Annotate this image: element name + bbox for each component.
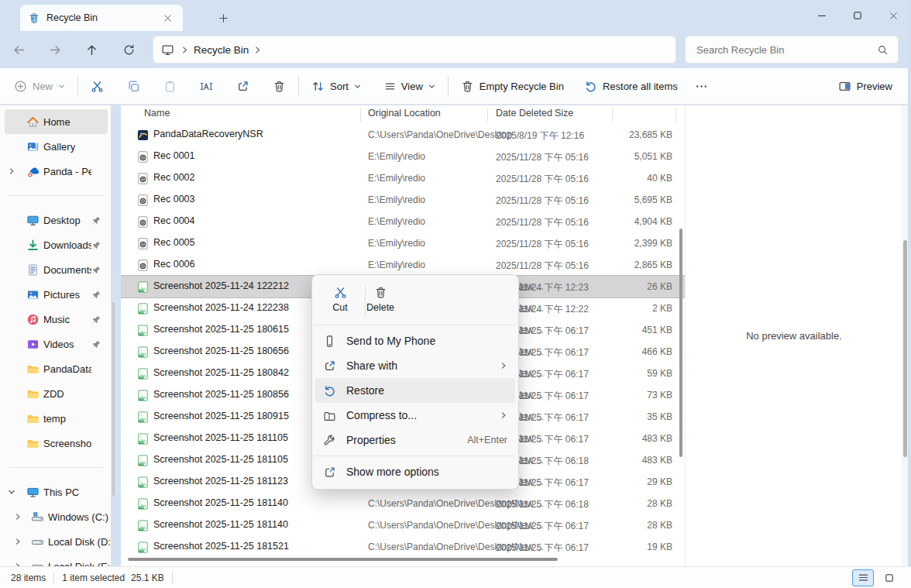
file-original-location: E:\Emily\redio xyxy=(368,151,425,162)
column-header-original-location[interactable]: Original Location xyxy=(368,108,441,119)
sidebar-item-local-disk-d[interactable]: Local Disk (D:) xyxy=(0,529,108,554)
column-separator[interactable] xyxy=(676,108,676,122)
sidebar-item-screenshots[interactable]: Screenshots xyxy=(0,431,108,456)
close-button[interactable] xyxy=(875,0,911,31)
sidebar-item-desktop[interactable]: Desktop xyxy=(0,208,108,232)
file-row-rec-0006[interactable]: Rec 0006E:\Emily\redio2025/11/28 下午 05:1… xyxy=(121,254,685,276)
shortcut-label: Alt+Enter xyxy=(467,435,507,445)
new-tab-button[interactable] xyxy=(214,9,232,27)
file-row-rec-0004[interactable]: Rec 0004E:\Emily\redio2025/11/28 下午 05:1… xyxy=(121,211,685,232)
file-size: 2,399 KB xyxy=(555,238,672,249)
sidebar-item-music[interactable]: Music xyxy=(0,307,108,332)
view-button[interactable]: View xyxy=(378,76,442,97)
sidebar-item-pandadatareco[interactable]: PandaDataReco xyxy=(0,356,108,381)
copy-button[interactable] xyxy=(121,75,146,98)
back-button[interactable] xyxy=(9,40,28,59)
forward-button[interactable] xyxy=(46,40,64,59)
column-separator[interactable] xyxy=(612,108,613,122)
chevron-right-icon[interactable] xyxy=(8,167,15,175)
context-menu-item-restore[interactable]: Restore xyxy=(315,378,515,403)
paste-button[interactable] xyxy=(157,75,183,98)
file-row-rec-0003[interactable]: Rec 0003E:\Emily\redio2025/11/28 下午 05:1… xyxy=(121,189,685,211)
file-row-pandadatarecoverynsr[interactable]: PandaDataRecoveryNSRC:\Users\Panda\OneDr… xyxy=(121,124,685,146)
file-row-rec-0002[interactable]: Rec 0002E:\Emily\redio2025/11/28 下午 05:1… xyxy=(121,167,685,189)
sidebar-item-temp[interactable]: temp xyxy=(0,406,108,431)
chevron-right-icon[interactable] xyxy=(14,513,22,521)
chevron-down-icon[interactable] xyxy=(8,488,15,496)
sidebar-item-zdd[interactable]: ZDD xyxy=(0,381,108,406)
column-header-size[interactable]: Size xyxy=(555,108,640,119)
file-row-screenshot-2025-11-25-181521[interactable]: PNGScreenshot 2025-11-25 181521C:\Users\… xyxy=(121,536,685,558)
context-menu-quick-actions: CutDelete xyxy=(312,280,518,322)
search-box[interactable] xyxy=(685,36,899,64)
file-name: Screenshot 2025-11-25 181521 xyxy=(153,541,289,552)
preview-pane: No preview available. xyxy=(685,105,902,566)
sidebar-item-local-disk-e[interactable]: Local Disk (E:) xyxy=(0,554,108,566)
delete-button[interactable] xyxy=(266,75,292,98)
more-options-button[interactable] xyxy=(689,75,714,98)
sort-button[interactable]: Sort xyxy=(305,75,367,98)
context-menu-item-send-to-my-phone[interactable]: Send to My Phone xyxy=(315,328,515,353)
sidebar-item-panda-persona[interactable]: Panda - Persona xyxy=(0,159,108,184)
context-menu-item-compress-to[interactable]: Compress to... xyxy=(315,403,515,428)
tab-recycle-bin[interactable]: Recycle Bin xyxy=(20,5,183,31)
column-header-name[interactable]: Name xyxy=(144,108,170,119)
empty-recycle-bin-button[interactable]: Empty Recycle Bin xyxy=(455,75,570,98)
column-separator[interactable] xyxy=(487,108,488,122)
restore-all-items-button[interactable]: Restore all items xyxy=(578,75,684,98)
column-header-date-deleted[interactable]: Date Deleted xyxy=(496,108,552,119)
details-view-button[interactable] xyxy=(852,569,874,586)
sidebar-item-this-pc[interactable]: This PC xyxy=(0,480,108,504)
copy-icon xyxy=(127,80,140,93)
context-delete-button[interactable]: Delete xyxy=(360,280,400,318)
column-separator[interactable] xyxy=(360,108,361,122)
up-button[interactable] xyxy=(82,40,101,59)
new-button[interactable]: New xyxy=(8,75,71,98)
rename-button[interactable] xyxy=(194,75,219,98)
file-row-rec-0001[interactable]: Rec 0001E:\Emily\redio2025/11/28 下午 05:1… xyxy=(121,146,685,167)
maximize-button[interactable] xyxy=(840,0,875,31)
address-bar[interactable]: Recycle Bin xyxy=(153,36,676,64)
wrench-icon xyxy=(323,434,335,447)
app-file-icon xyxy=(136,129,150,142)
tab-close-icon[interactable] xyxy=(160,10,175,26)
chevron-right-icon[interactable] xyxy=(14,538,22,545)
sidebar-item-documents[interactable]: Documents xyxy=(0,257,108,282)
context-menu-item-show-more-options[interactable]: Show more options xyxy=(315,459,515,484)
preview-toggle-button[interactable]: Preview xyxy=(832,75,899,98)
file-name: Screenshot 2025-11-24 122238 xyxy=(153,302,289,313)
large-icons-view-button[interactable] xyxy=(878,569,900,586)
sidebar-item-home[interactable]: Home xyxy=(5,109,108,134)
navigation-pane: HomeGalleryPanda - PersonaDesktopDownloa… xyxy=(0,105,111,566)
minimize-button[interactable] xyxy=(804,0,840,31)
refresh-button[interactable] xyxy=(119,40,138,59)
sidebar-item-downloads[interactable]: Downloads xyxy=(0,232,108,257)
file-row-screenshot-2025-11-25-181140[interactable]: PNGScreenshot 2025-11-25 181140C:\Users\… xyxy=(121,514,685,536)
file-row-rec-0005[interactable]: Rec 0005E:\Emily\redio2025/11/28 下午 05:1… xyxy=(121,232,685,254)
trash-icon xyxy=(273,80,286,93)
sidebar-item-pictures[interactable]: Pictures xyxy=(0,282,108,307)
pin-icon xyxy=(91,315,101,325)
sidebar-scrollbar[interactable] xyxy=(112,302,115,496)
cut-button[interactable] xyxy=(84,75,110,98)
sidebar-item-gallery[interactable]: Gallery xyxy=(0,134,108,159)
breadcrumb-recycle-bin[interactable]: Recycle Bin xyxy=(194,44,249,56)
file-name: Screenshot 2025-11-25 181105 xyxy=(153,454,288,465)
context-menu-item-properties[interactable]: PropertiesAlt+Enter xyxy=(315,428,515,452)
downloads-icon xyxy=(26,239,40,252)
file-name: Rec 0006 xyxy=(153,259,195,270)
horizontal-scrollbar[interactable] xyxy=(128,558,558,561)
list-scrollbar[interactable] xyxy=(679,229,682,457)
search-input[interactable] xyxy=(695,43,877,57)
file-size: 2 KB xyxy=(555,303,672,314)
media-file-icon xyxy=(136,150,150,163)
file-row-screenshot-2025-11-25-181140[interactable]: PNGScreenshot 2025-11-25 181140C:\Users\… xyxy=(121,493,685,514)
window-edge xyxy=(908,0,911,588)
share-button[interactable] xyxy=(230,75,256,98)
sidebar-item-videos[interactable]: Videos xyxy=(0,332,108,356)
context-cut-button[interactable]: Cut xyxy=(320,280,360,318)
sidebar-item-windows-c[interactable]: Windows (C:) xyxy=(0,504,108,529)
context-menu-item-share-with[interactable]: Share with xyxy=(315,353,515,378)
window-scrollbar[interactable] xyxy=(903,240,907,457)
png-file-icon: PNG xyxy=(136,302,150,315)
